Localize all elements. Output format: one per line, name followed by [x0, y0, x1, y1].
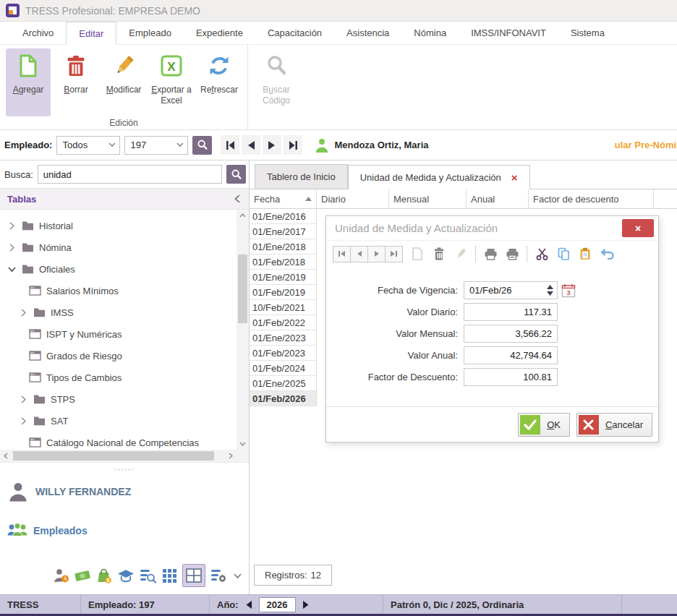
- money-icon[interactable]: [74, 567, 91, 584]
- menu-empleado[interactable]: Empleado: [116, 22, 184, 44]
- empleados-section[interactable]: Empleados: [0, 518, 249, 544]
- valor-anual-input[interactable]: [464, 346, 558, 364]
- tab-unidad-medida[interactable]: Unidad de Medida y Actualización ×: [348, 165, 530, 189]
- refrescar-button[interactable]: Refrescar: [197, 48, 242, 116]
- edit-record-icon[interactable]: [454, 247, 468, 261]
- table-row[interactable]: 01/Feb/2023: [250, 346, 317, 361]
- borrar-button[interactable]: Borrar: [54, 48, 98, 116]
- shopping-bag-icon[interactable]: $: [95, 567, 113, 584]
- sidebar-search-button[interactable]: [226, 165, 246, 184]
- table-row[interactable]: 01/Feb/2022: [250, 315, 317, 330]
- table-row[interactable]: 10/Feb/2021: [250, 300, 317, 315]
- tables-grid-icon[interactable]: [182, 564, 205, 587]
- close-tab-icon[interactable]: ×: [511, 172, 518, 183]
- tree-vertical-scrollbar[interactable]: [237, 210, 249, 450]
- column-header-anual[interactable]: Anual: [467, 189, 529, 208]
- tree-item-catalogo-nacional[interactable]: Catálogo Nacional de Competencias: [0, 432, 237, 450]
- tab-tablero-inicio[interactable]: Tablero de Inicio: [255, 164, 348, 189]
- menu-sistema[interactable]: Sistema: [558, 22, 617, 44]
- column-header-factor[interactable]: Factor de descuento: [529, 189, 654, 208]
- expand-icon[interactable]: [19, 309, 28, 317]
- expand-icon[interactable]: [7, 222, 17, 230]
- scrollbar-thumb[interactable]: [238, 254, 247, 323]
- cut-icon[interactable]: [535, 247, 549, 261]
- scroll-left-icon[interactable]: [0, 450, 12, 462]
- employee-search-button[interactable]: [192, 136, 212, 155]
- dialog-close-button[interactable]: ×: [622, 219, 654, 237]
- expand-icon[interactable]: [7, 244, 17, 252]
- table-row[interactable]: 01/Ene/2016: [250, 209, 317, 224]
- employee-number-select[interactable]: 197: [124, 136, 188, 155]
- prev-record-button[interactable]: [350, 246, 368, 262]
- config-list-icon[interactable]: [210, 567, 227, 584]
- menu-nomina[interactable]: Nómina: [401, 22, 459, 44]
- tree-item-nomina[interactable]: Nómina: [0, 236, 237, 258]
- tree-horizontal-scrollbar[interactable]: [0, 450, 237, 462]
- column-header-diario[interactable]: Diario: [317, 189, 389, 208]
- menu-editar[interactable]: Editar: [66, 22, 116, 45]
- fecha-vigencia-field[interactable]: 01/Feb/26: [464, 281, 558, 299]
- exportar-excel-button[interactable]: X Exportar a Excel: [149, 48, 194, 116]
- employee-filter-select[interactable]: Todos: [56, 136, 120, 155]
- tree-item-sat[interactable]: SAT: [0, 410, 237, 432]
- table-row[interactable]: 01/Ene/2023: [250, 330, 317, 346]
- expand-icon[interactable]: [19, 395, 28, 403]
- ok-button[interactable]: OK: [518, 413, 570, 437]
- prev-year-button[interactable]: [244, 599, 254, 610]
- first-record-button[interactable]: [333, 246, 351, 262]
- next-year-button[interactable]: [301, 599, 311, 610]
- calendar-icon[interactable]: 3: [561, 283, 576, 298]
- collapse-icon[interactable]: [7, 267, 17, 272]
- spinner-icon[interactable]: [545, 284, 555, 296]
- agregar-button[interactable]: Agregar: [6, 48, 51, 116]
- tree-item-stps[interactable]: STPS: [0, 388, 237, 410]
- buscar-codigo-button[interactable]: Buscar Código: [254, 48, 299, 116]
- tree-item-historial[interactable]: Historial: [0, 215, 237, 236]
- modificar-button[interactable]: Modificar: [101, 48, 146, 116]
- tree-item-oficiales[interactable]: Oficiales: [0, 258, 237, 280]
- year-value[interactable]: 2026: [259, 597, 296, 612]
- factor-descuento-input[interactable]: [464, 368, 558, 386]
- panel-splitter[interactable]: ······: [0, 463, 249, 476]
- scroll-down-icon[interactable]: [237, 438, 249, 450]
- tree-item-imss[interactable]: IMSS: [0, 301, 237, 323]
- collapse-panel-icon[interactable]: [234, 194, 240, 203]
- table-row[interactable]: 01/Ene/2018: [250, 239, 317, 254]
- scroll-right-icon[interactable]: [225, 450, 237, 462]
- query-search-icon[interactable]: [139, 567, 156, 584]
- undo-icon[interactable]: [600, 247, 614, 261]
- expand-icon[interactable]: [19, 417, 28, 425]
- menu-asistencia[interactable]: Asistencia: [334, 22, 401, 44]
- pre-nomina-link[interactable]: ular Pre-Nómin: [615, 140, 677, 150]
- valor-diario-input[interactable]: [464, 303, 558, 321]
- next-record-button[interactable]: [263, 135, 281, 155]
- menu-imss-infonavit[interactable]: IMSS/INFONAVIT: [459, 22, 558, 44]
- training-icon[interactable]: [117, 567, 135, 584]
- table-row[interactable]: 01/Feb/2019: [250, 285, 317, 300]
- menu-capacitacion[interactable]: Capacitación: [255, 22, 334, 44]
- paste-icon[interactable]: [578, 247, 592, 261]
- table-row[interactable]: 01/Feb/2024: [250, 361, 317, 376]
- table-row[interactable]: 01/Feb/2018: [250, 254, 317, 270]
- column-header-mensual[interactable]: Mensual: [389, 189, 467, 208]
- table-row[interactable]: 01/Ene/2019: [250, 270, 317, 285]
- tree-item-tipos-cambios[interactable]: Tipos de Cambios: [0, 367, 237, 388]
- print-icon[interactable]: [483, 247, 498, 261]
- scrollbar-thumb[interactable]: [13, 451, 214, 461]
- cancel-button[interactable]: Cancelar: [576, 413, 652, 437]
- menu-archivo[interactable]: Archivo: [10, 22, 66, 44]
- tree-item-salarios-minimos[interactable]: Salarios Mínimos: [0, 280, 237, 301]
- menu-expediente[interactable]: Expediente: [184, 22, 255, 44]
- copy-icon[interactable]: [556, 247, 571, 261]
- tree-item-ispt[interactable]: ISPT y Numéricas: [0, 323, 237, 345]
- first-record-button[interactable]: [221, 135, 239, 155]
- delete-record-icon[interactable]: [432, 247, 446, 261]
- last-record-button[interactable]: [385, 246, 403, 262]
- scroll-up-icon[interactable]: [237, 210, 249, 221]
- next-record-button[interactable]: [367, 246, 386, 262]
- print-preview-icon[interactable]: [505, 247, 519, 261]
- table-row-selected[interactable]: 01/Feb/2026: [250, 391, 317, 406]
- chevron-down-icon[interactable]: [231, 567, 243, 584]
- last-record-button[interactable]: [284, 135, 302, 155]
- grid-dots-icon[interactable]: [161, 567, 178, 584]
